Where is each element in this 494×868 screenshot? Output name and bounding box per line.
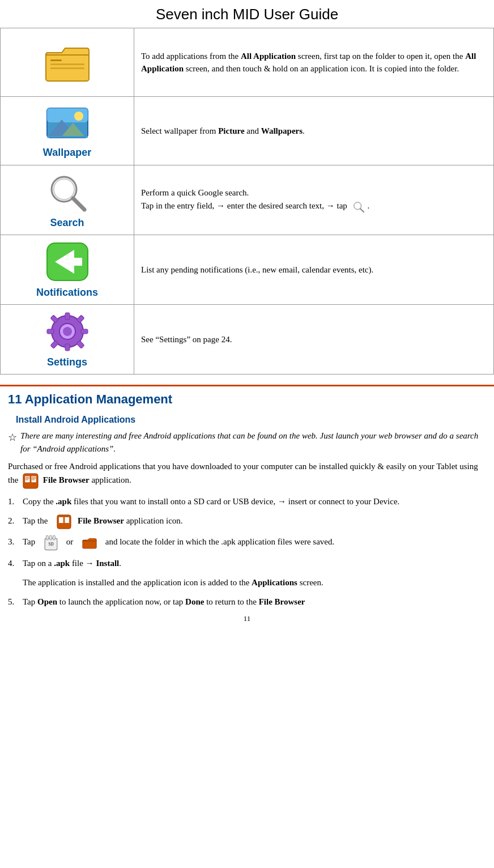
folder-small-icon: [82, 537, 97, 549]
svg-point-6: [74, 112, 83, 121]
notifications-icon: [45, 241, 90, 283]
icon-cell-folder: [1, 28, 134, 97]
svg-point-29: [63, 327, 72, 336]
step-1: 1. Copy the .apk files that you want to …: [8, 495, 486, 508]
svg-rect-20: [65, 313, 70, 320]
settings-icon: [45, 310, 90, 353]
svg-rect-3: [50, 67, 84, 69]
step-num-4: 4.: [8, 556, 18, 570]
svg-rect-37: [32, 478, 36, 479]
svg-rect-44: [46, 535, 48, 539]
page-title: Seven inch MID User Guide: [0, 0, 494, 28]
svg-rect-47: [82, 540, 96, 548]
icon-cell-search: Search: [1, 165, 134, 235]
svg-line-16: [360, 209, 364, 212]
svg-point-13: [57, 182, 63, 188]
table-row: Notifications List any pending notificat…: [1, 235, 494, 305]
svg-rect-31: [25, 476, 30, 483]
step-text-4: Tap on a .apk file → Install.: [23, 556, 121, 570]
step-text-3: Tap SD or and locate the folder in which…: [23, 535, 334, 551]
svg-line-12: [73, 198, 84, 210]
svg-rect-35: [31, 476, 36, 483]
inline-file-browser-icon-2: [57, 514, 71, 529]
icon-cell-wallpaper: Wallpaper: [1, 97, 134, 165]
tip-text: There are many interesting and free Andr…: [20, 429, 486, 455]
svg-rect-36: [32, 477, 36, 478]
steps-list: 1. Copy the .apk files that you want to …: [8, 495, 486, 609]
settings-icon-wrap: Settings: [7, 310, 127, 368]
svg-rect-41: [64, 517, 69, 523]
table-row: Settings See “Settings” on page 24.: [1, 305, 494, 375]
search-icon-wrap: Search: [7, 171, 127, 229]
content-area: Install Android Applications ☆ There are…: [0, 415, 494, 609]
step-4: 4. Tap on a .apk file → Install.: [8, 556, 486, 570]
search-icon: [45, 171, 90, 214]
step-4b: The application is installed and the app…: [8, 576, 486, 589]
section-divider: [0, 385, 494, 386]
desc-cell-notifications: List any pending notifications (i.e., ne…: [134, 235, 494, 305]
table-row: Search Perform a quick Google search. Ta…: [1, 165, 494, 235]
folder-icon: [45, 42, 90, 82]
svg-point-15: [354, 202, 360, 209]
notifications-label: Notifications: [36, 287, 98, 299]
svg-point-11: [54, 179, 74, 199]
desc-cell-settings: See “Settings” on page 24.: [134, 305, 494, 375]
search-label: Search: [50, 217, 84, 229]
section-heading: 11 Application Management: [8, 392, 494, 407]
svg-rect-22: [47, 329, 54, 334]
body-text-1: Purchased or free Android applications t…: [8, 459, 486, 489]
notifications-icon-wrap: Notifications: [7, 241, 127, 299]
desc-cell-search: Perform a quick Google search. Tap in th…: [134, 165, 494, 235]
step-text-5: Tap Open to launch the application now, …: [23, 595, 305, 609]
wallpaper-label: Wallpaper: [43, 147, 91, 159]
svg-rect-33: [25, 478, 29, 479]
wallpaper-icon-wrap: Wallpaper: [7, 103, 127, 159]
step-text-1: Copy the .apk files that you want to ins…: [23, 495, 399, 508]
svg-rect-23: [81, 329, 88, 334]
svg-rect-0: [46, 53, 89, 81]
file-browser-label: File Browser: [43, 475, 90, 484]
svg-rect-45: [49, 535, 52, 539]
step-text-2: Tap the File Browser application icon.: [23, 514, 183, 529]
svg-text:SD: SD: [48, 542, 53, 547]
svg-rect-32: [25, 477, 29, 478]
sd-card-icon: SD: [44, 535, 58, 551]
desc-cell-wallpaper: Select wallpaper from Picture and Wallpa…: [134, 97, 494, 165]
folder-icon-wrap: [7, 34, 127, 91]
step-text-4b: The application is installed and the app…: [23, 576, 323, 589]
step-num-1: 1.: [8, 495, 18, 508]
step-num-5: 5.: [8, 595, 18, 609]
step-5: 5. Tap Open to launch the application no…: [8, 595, 486, 609]
star-icon: ☆: [8, 430, 17, 445]
svg-rect-2: [50, 63, 84, 65]
desc-cell-folder: To add applications from the All Applica…: [134, 28, 494, 97]
step-num-3: 3.: [8, 535, 18, 548]
svg-rect-38: [32, 479, 35, 480]
inline-file-browser-icon: [23, 473, 39, 489]
subsection-heading: Install Android Applications: [16, 415, 486, 425]
table-row: Wallpaper Select wallpaper from Picture …: [1, 97, 494, 165]
settings-label: Settings: [47, 356, 87, 368]
step-2: 2. Tap the File Browser application icon…: [8, 514, 486, 529]
icon-cell-notifications: Notifications: [1, 235, 134, 305]
svg-rect-46: [53, 535, 55, 539]
tip-block: ☆ There are many interesting and free An…: [8, 429, 486, 455]
feature-table: To add applications from the All Applica…: [0, 28, 494, 375]
svg-rect-1: [50, 59, 62, 61]
step-num-2: 2.: [8, 514, 18, 527]
step-3: 3. Tap SD or and locate the fol: [8, 535, 486, 551]
svg-rect-34: [25, 479, 29, 480]
svg-rect-9: [47, 136, 88, 138]
wallpaper-icon: [45, 104, 90, 143]
inline-search-icon: [352, 200, 365, 214]
page-number: 11: [0, 614, 494, 628]
icon-cell-settings: Settings: [1, 305, 134, 375]
svg-rect-21: [65, 344, 70, 351]
table-row: To add applications from the All Applica…: [1, 28, 494, 97]
svg-rect-40: [58, 517, 63, 523]
